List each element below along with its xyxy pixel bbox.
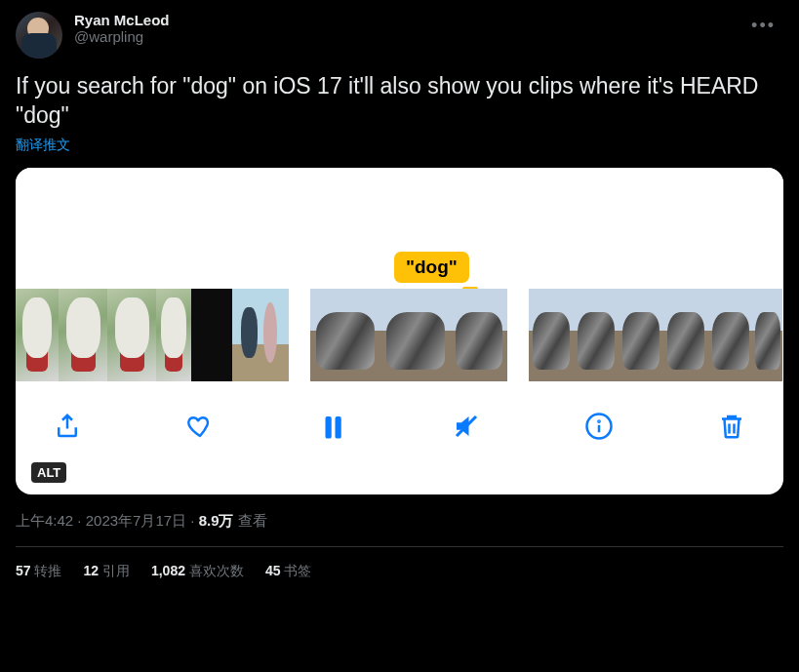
svg-point-3 bbox=[598, 420, 599, 421]
clip-group[interactable] bbox=[16, 289, 289, 381]
pause-icon[interactable] bbox=[316, 410, 349, 443]
clip-frame bbox=[16, 289, 59, 381]
tweet-header: Ryan McLeod @warpling ••• bbox=[16, 12, 783, 59]
svg-rect-0 bbox=[326, 416, 332, 439]
bookmarks-stat[interactable]: 45 书签 bbox=[265, 563, 311, 580]
tweet-stats: 57 转推 12 引用 1,082 喜欢次数 45 书签 bbox=[16, 547, 783, 580]
clip-frame bbox=[232, 289, 289, 381]
views-label: 查看 bbox=[234, 512, 267, 529]
media-whitespace: "dog" bbox=[16, 168, 783, 289]
clip-group[interactable] bbox=[529, 289, 782, 381]
tweet-container: Ryan McLeod @warpling ••• If you search … bbox=[0, 0, 799, 592]
clip-frame bbox=[451, 289, 507, 381]
display-name: Ryan McLeod bbox=[74, 12, 743, 28]
tweet-text: If you search for "dog" on iOS 17 it'll … bbox=[16, 72, 783, 131]
video-timeline[interactable] bbox=[16, 289, 783, 381]
share-icon[interactable] bbox=[51, 410, 84, 443]
clip-frame bbox=[529, 289, 574, 381]
author-names[interactable]: Ryan McLeod @warpling bbox=[74, 12, 743, 45]
translate-link[interactable]: 翻译推文 bbox=[16, 137, 70, 154]
mute-icon[interactable] bbox=[450, 410, 483, 443]
clip-frame bbox=[708, 289, 753, 381]
clip-gap bbox=[289, 289, 310, 381]
media-toolbar bbox=[16, 381, 783, 471]
svg-rect-1 bbox=[336, 416, 341, 439]
clip-frame bbox=[59, 289, 107, 381]
clip-frame bbox=[107, 289, 156, 381]
search-term-chip: "dog" bbox=[394, 252, 469, 283]
trash-icon[interactable] bbox=[715, 410, 748, 443]
retweets-stat[interactable]: 57 转推 bbox=[16, 563, 61, 580]
clip-frame bbox=[663, 289, 708, 381]
clip-frame bbox=[310, 289, 380, 381]
clip-gap bbox=[507, 289, 529, 381]
user-handle: @warpling bbox=[74, 28, 743, 45]
views-count: 8.9万 bbox=[199, 512, 234, 529]
more-icon[interactable]: ••• bbox=[743, 12, 783, 40]
avatar[interactable] bbox=[16, 12, 62, 59]
clip-frame bbox=[753, 289, 782, 381]
clip-frame bbox=[619, 289, 663, 381]
media-card[interactable]: "dog" bbox=[16, 168, 783, 494]
likes-stat[interactable]: 1,082 喜欢次数 bbox=[151, 563, 244, 580]
clip-frame bbox=[156, 289, 191, 381]
alt-badge[interactable]: ALT bbox=[31, 462, 66, 483]
info-icon[interactable] bbox=[582, 410, 616, 443]
heart-icon[interactable] bbox=[183, 410, 217, 443]
clip-frame bbox=[380, 289, 451, 381]
clip-frame bbox=[574, 289, 619, 381]
tweet-meta: 上午4:42 · 2023年7月17日 · 8.9万 查看 bbox=[16, 512, 783, 531]
quotes-stat[interactable]: 12 引用 bbox=[83, 563, 129, 580]
tweet-time[interactable]: 上午4:42 bbox=[16, 512, 73, 529]
clip-frame bbox=[191, 289, 232, 381]
tweet-date[interactable]: 2023年7月17日 bbox=[86, 512, 186, 529]
clip-group[interactable] bbox=[310, 289, 507, 381]
